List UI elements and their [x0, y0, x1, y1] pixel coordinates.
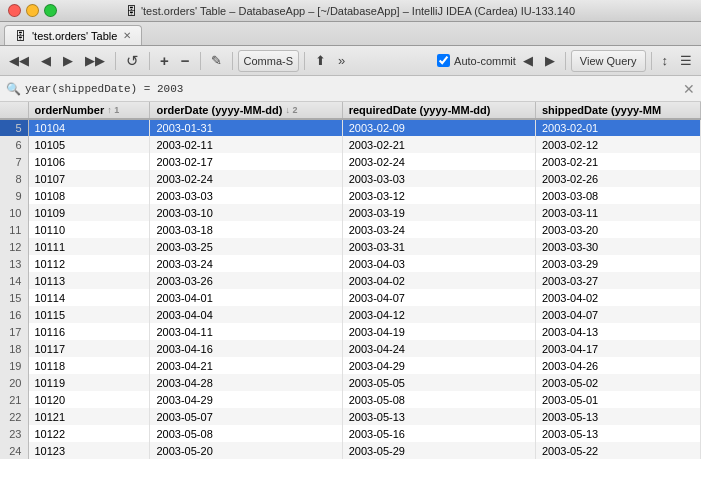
commit-button[interactable]: Comma-S	[238, 50, 300, 72]
table-row[interactable]: 13101122003-03-242003-04-032003-03-29	[0, 255, 701, 272]
cell-orderDate: 2003-04-21	[150, 357, 342, 374]
col-header-orderNumber[interactable]: orderNumber ↑ 1	[28, 102, 150, 119]
separator-4	[232, 52, 233, 70]
sort-arrow-orderDate: ↓ 2	[285, 105, 297, 115]
table-row[interactable]: 17101162003-04-112003-04-192003-04-13	[0, 323, 701, 340]
remove-row-button[interactable]: −	[176, 50, 195, 72]
cell-requiredDate: 2003-02-24	[342, 153, 535, 170]
cell-shippedDate: 2003-04-26	[535, 357, 700, 374]
tab-label: 'test.orders' Table	[32, 30, 117, 42]
cell-orderDate: 2003-04-16	[150, 340, 342, 357]
table-row[interactable]: 24101232003-05-202003-05-292003-05-22	[0, 442, 701, 459]
cell-orderDate: 2003-03-03	[150, 187, 342, 204]
navigate-start-button[interactable]: ◀◀	[4, 50, 34, 72]
row-number-cell: 18	[0, 340, 28, 357]
cell-requiredDate: 2003-03-31	[342, 238, 535, 255]
table-row[interactable]: 23101222003-05-082003-05-162003-05-13	[0, 425, 701, 442]
row-number-cell: 23	[0, 425, 28, 442]
cell-orderDate: 2003-04-28	[150, 374, 342, 391]
cell-shippedDate: 2003-04-13	[535, 323, 700, 340]
cell-orderNumber: 10123	[28, 442, 150, 459]
maximize-button[interactable]	[44, 4, 57, 17]
edit-button[interactable]: ✎	[206, 50, 227, 72]
col-header-orderDate[interactable]: orderDate (yyyy-MM-dd) ↓ 2	[150, 102, 342, 119]
cell-orderDate: 2003-03-24	[150, 255, 342, 272]
cell-requiredDate: 2003-04-24	[342, 340, 535, 357]
table-row[interactable]: 5101042003-01-312003-02-092003-02-01	[0, 119, 701, 136]
minimize-button[interactable]	[26, 4, 39, 17]
col-header-shippedDate[interactable]: shippedDate (yyyy-MM	[535, 102, 700, 119]
col-label-orderDate: orderDate (yyyy-MM-dd)	[156, 104, 282, 116]
filter-clear-button[interactable]: ✕	[683, 82, 695, 96]
cell-requiredDate: 2003-03-03	[342, 170, 535, 187]
cell-orderNumber: 10119	[28, 374, 150, 391]
cell-orderNumber: 10118	[28, 357, 150, 374]
cell-requiredDate: 2003-04-19	[342, 323, 535, 340]
settings-button[interactable]: ☰	[675, 50, 697, 72]
separator-5	[304, 52, 305, 70]
title-bar-text: 'test.orders' Table – DatabaseApp – [~/D…	[141, 5, 575, 17]
autocommit-back-button[interactable]: ◀	[518, 50, 538, 72]
navigate-end-button[interactable]: ▶▶	[80, 50, 110, 72]
refresh-button[interactable]: ↺	[121, 50, 144, 72]
col-sort-orderDate: orderDate (yyyy-MM-dd) ↓ 2	[156, 104, 297, 116]
data-area: orderNumber ↑ 1 orderDate (yyyy-MM-dd) ↓…	[0, 102, 701, 501]
table-row[interactable]: 18101172003-04-162003-04-242003-04-17	[0, 340, 701, 357]
table-row[interactable]: 14101132003-03-262003-04-022003-03-27	[0, 272, 701, 289]
table-row[interactable]: 9101082003-03-032003-03-122003-03-08	[0, 187, 701, 204]
cell-shippedDate: 2003-02-01	[535, 119, 700, 136]
cell-shippedDate: 2003-05-13	[535, 408, 700, 425]
table-row[interactable]: 10101092003-03-102003-03-192003-03-11	[0, 204, 701, 221]
table-row[interactable]: 11101102003-03-182003-03-242003-03-20	[0, 221, 701, 238]
table-row[interactable]: 19101182003-04-212003-04-292003-04-26	[0, 357, 701, 374]
cell-orderNumber: 10120	[28, 391, 150, 408]
table-row[interactable]: 12101112003-03-252003-03-312003-03-30	[0, 238, 701, 255]
table-row[interactable]: 8101072003-02-242003-03-032003-02-26	[0, 170, 701, 187]
table-body: 5101042003-01-312003-02-092003-02-016101…	[0, 119, 701, 459]
cell-orderDate: 2003-02-24	[150, 170, 342, 187]
table-row[interactable]: 21101202003-04-292003-05-082003-05-01	[0, 391, 701, 408]
table-row[interactable]: 15101142003-04-012003-04-072003-04-02	[0, 289, 701, 306]
view-query-button[interactable]: View Query	[571, 50, 646, 72]
cell-requiredDate: 2003-03-24	[342, 221, 535, 238]
filter-input[interactable]	[25, 83, 679, 95]
table-header-row: orderNumber ↑ 1 orderDate (yyyy-MM-dd) ↓…	[0, 102, 701, 119]
cell-requiredDate: 2003-05-05	[342, 374, 535, 391]
export-button[interactable]: ⬆	[310, 50, 331, 72]
window-controls	[8, 4, 57, 17]
autocommit-forward-button[interactable]: ▶	[540, 50, 560, 72]
navigate-forward-button[interactable]: ▶	[58, 50, 78, 72]
col-label-shippedDate: shippedDate (yyyy-MM	[542, 104, 661, 116]
navigate-back-button[interactable]: ◀	[36, 50, 56, 72]
table-row[interactable]: 20101192003-04-282003-05-052003-05-02	[0, 374, 701, 391]
table-container[interactable]: orderNumber ↑ 1 orderDate (yyyy-MM-dd) ↓…	[0, 102, 701, 501]
row-number-cell: 16	[0, 306, 28, 323]
autocommit-control[interactable]: Auto-commit	[437, 54, 516, 67]
table-row[interactable]: 16101152003-04-042003-04-122003-04-07	[0, 306, 701, 323]
table-row[interactable]: 7101062003-02-172003-02-242003-02-21	[0, 153, 701, 170]
close-button[interactable]	[8, 4, 21, 17]
more-button[interactable]: »	[333, 50, 350, 72]
cell-requiredDate: 2003-04-29	[342, 357, 535, 374]
tab-close-button[interactable]: ✕	[123, 30, 131, 41]
separator-7	[651, 52, 652, 70]
table-row[interactable]: 6101052003-02-112003-02-212003-02-12	[0, 136, 701, 153]
row-number-cell: 20	[0, 374, 28, 391]
row-number-cell: 17	[0, 323, 28, 340]
cell-orderDate: 2003-03-18	[150, 221, 342, 238]
sort-button[interactable]: ↕	[657, 50, 674, 72]
autocommit-checkbox[interactable]	[437, 54, 450, 67]
cell-requiredDate: 2003-05-08	[342, 391, 535, 408]
cell-orderDate: 2003-01-31	[150, 119, 342, 136]
table-row[interactable]: 22101212003-05-072003-05-132003-05-13	[0, 408, 701, 425]
cell-requiredDate: 2003-03-12	[342, 187, 535, 204]
sort-arrow-orderNumber: ↑ 1	[107, 105, 119, 115]
add-row-button[interactable]: +	[155, 50, 174, 72]
main-tab[interactable]: 🗄 'test.orders' Table ✕	[4, 25, 142, 45]
cell-requiredDate: 2003-04-12	[342, 306, 535, 323]
cell-shippedDate: 2003-05-13	[535, 425, 700, 442]
cell-shippedDate: 2003-02-12	[535, 136, 700, 153]
col-header-requiredDate[interactable]: requiredDate (yyyy-MM-dd)	[342, 102, 535, 119]
cell-shippedDate: 2003-02-26	[535, 170, 700, 187]
cell-shippedDate: 2003-05-02	[535, 374, 700, 391]
